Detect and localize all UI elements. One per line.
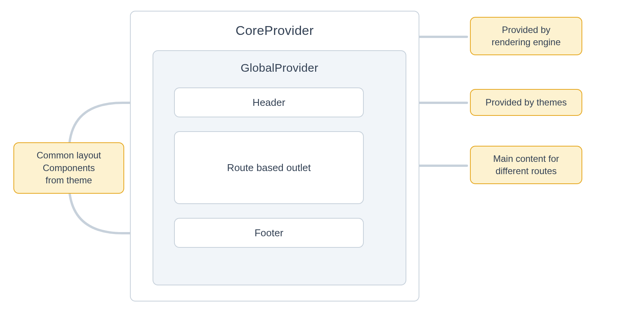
diagram-stage: CoreProvider GlobalProvider Header Route… bbox=[0, 0, 644, 313]
note-common-line3: from theme bbox=[46, 174, 92, 186]
header-label: Header bbox=[253, 97, 285, 109]
globalprovider-title-wrap: GlobalProvider bbox=[153, 61, 406, 77]
footer-label: Footer bbox=[255, 227, 283, 239]
note-provided-themes: Provided by themes bbox=[470, 89, 582, 116]
coreprovider-title: CoreProvider bbox=[236, 23, 314, 38]
note-common-layout: Common layout Components from theme bbox=[13, 142, 124, 194]
note-rendering-line2: rendering engine bbox=[491, 36, 560, 48]
note-common-line1: Common layout bbox=[36, 149, 101, 161]
coreprovider-title-wrap: CoreProvider bbox=[130, 23, 419, 42]
globalprovider-title: GlobalProvider bbox=[241, 61, 319, 74]
note-routes-line2: different routes bbox=[496, 165, 557, 177]
note-rendering-line1: Provided by bbox=[502, 24, 550, 36]
header-box: Header bbox=[174, 87, 364, 117]
note-common-line2: Components bbox=[43, 162, 95, 174]
footer-box: Footer bbox=[174, 218, 364, 248]
note-themes-line1: Provided by themes bbox=[485, 96, 567, 109]
route-outlet-label: Route based outlet bbox=[227, 162, 310, 174]
note-rendering-engine: Provided by rendering engine bbox=[470, 17, 582, 55]
route-outlet-box: Route based outlet bbox=[174, 131, 364, 204]
note-main-content-routes: Main content for different routes bbox=[470, 146, 582, 184]
note-routes-line1: Main content for bbox=[493, 153, 559, 165]
